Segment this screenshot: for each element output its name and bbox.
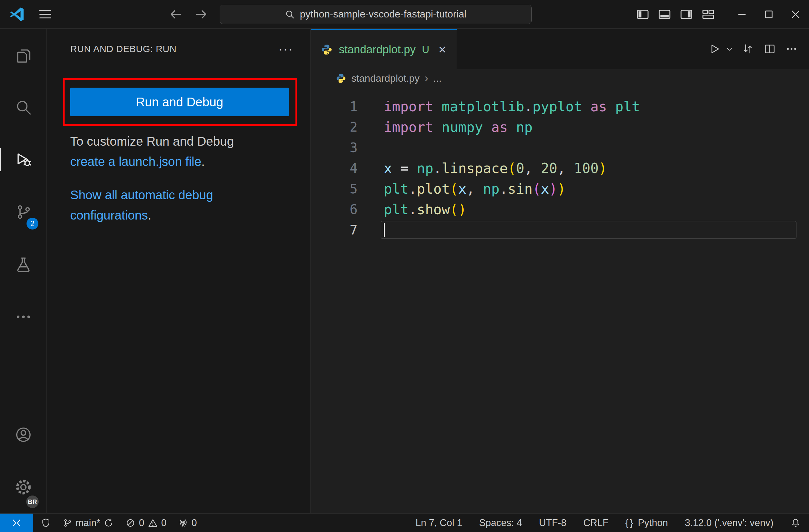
- code-line[interactable]: 4x = np.linspace(0, 20, 100): [311, 158, 796, 178]
- warning-count: 0: [161, 517, 167, 529]
- show-all-configurations-link[interactable]: configurations: [70, 208, 148, 222]
- breadcrumb-file[interactable]: standardplot.py: [351, 73, 420, 84]
- cursor-position[interactable]: Ln 7, Col 1: [416, 517, 462, 529]
- accounts-item[interactable]: [0, 408, 47, 461]
- sidebar-item-explorer[interactable]: [0, 29, 47, 81]
- indentation[interactable]: Spaces: 4: [479, 517, 522, 529]
- panel-more-actions-icon[interactable]: ···: [278, 46, 293, 52]
- text-cursor: [384, 223, 385, 237]
- breadcrumb[interactable]: standardplot.py › ...: [311, 69, 809, 87]
- line-content[interactable]: import numpy as np: [381, 118, 796, 136]
- python-file-icon: [321, 44, 332, 55]
- sidebar-item-source-control[interactable]: 2: [0, 186, 47, 238]
- sync-icon: [103, 518, 114, 528]
- breadcrumb-symbol[interactable]: ...: [433, 73, 442, 84]
- language-mode[interactable]: {} Python: [625, 517, 668, 529]
- run-dropdown-chevron-icon[interactable]: [724, 40, 735, 58]
- line-content[interactable]: plt.show(): [381, 200, 796, 218]
- maximize-button[interactable]: [755, 0, 782, 29]
- code-line[interactable]: 5plt.plot(x, np.sin(x)): [311, 178, 796, 199]
- line-content[interactable]: [381, 139, 796, 157]
- tab-untracked-indicator: U: [422, 44, 429, 55]
- status-bar: main* 0 0 0: [0, 513, 809, 532]
- customize-hint-text: To customize Run and Debug: [70, 131, 234, 152]
- editor-more-actions-icon[interactable]: [783, 40, 800, 58]
- errors-icon: [125, 518, 136, 528]
- minimize-button[interactable]: [728, 0, 755, 29]
- line-number: 4: [311, 161, 358, 176]
- warnings-icon: [148, 518, 158, 528]
- notifications-bell-icon[interactable]: [790, 518, 801, 528]
- vscode-window: python-sample-vscode-fastapi-tutorial: [0, 0, 809, 532]
- tab-standardplot[interactable]: standardplot.py U ✕: [311, 29, 457, 69]
- code-line[interactable]: 6plt.show(): [311, 199, 796, 219]
- tab-bar: standardplot.py U ✕: [311, 29, 809, 69]
- line-content[interactable]: import matplotlib.pyplot as plt: [381, 97, 796, 116]
- language-label: Python: [638, 517, 668, 529]
- python-interpreter[interactable]: 3.12.0 ('.venv': venv): [685, 517, 773, 529]
- account-icon: [14, 426, 32, 444]
- code-area[interactable]: 1import matplotlib.pyplot as plt2import …: [311, 87, 809, 513]
- command-center-search[interactable]: python-sample-vscode-fastapi-tutorial: [220, 5, 532, 24]
- line-number: 7: [311, 222, 358, 237]
- radio-tower-icon: [178, 518, 188, 528]
- remote-indicator[interactable]: [0, 514, 33, 532]
- code-line[interactable]: 7: [311, 219, 796, 240]
- show-all-configurations-link[interactable]: Show all automatic debug: [70, 188, 213, 202]
- workspace-trust-icon[interactable]: [40, 518, 51, 528]
- title-bar: python-sample-vscode-fastapi-tutorial: [0, 0, 809, 29]
- nav-forward-icon[interactable]: [194, 7, 208, 21]
- ellipsis-icon: [14, 308, 32, 326]
- nav-back-icon[interactable]: [169, 7, 183, 21]
- create-launch-json-link[interactable]: create a launch.json file: [70, 155, 201, 169]
- encoding[interactable]: UTF-8: [539, 517, 567, 529]
- line-number: 3: [311, 140, 358, 155]
- line-number: 2: [311, 120, 358, 135]
- line-number: 6: [311, 202, 358, 217]
- profile-badge[interactable]: BR: [25, 495, 40, 509]
- toggle-secondary-sidebar-icon[interactable]: [675, 0, 697, 29]
- scm-changes-badge: 2: [27, 218, 38, 230]
- toggle-primary-sidebar-icon[interactable]: [632, 0, 654, 29]
- eol-sequence[interactable]: CRLF: [583, 517, 608, 529]
- show-configurations-hint: Show all automatic debug configurations.: [70, 185, 213, 226]
- customize-layout-icon[interactable]: [697, 0, 719, 29]
- search-icon: [285, 10, 295, 19]
- braces-icon: {}: [625, 518, 635, 528]
- error-count: 0: [139, 517, 144, 529]
- sidebar-item-run-and-debug[interactable]: [0, 134, 47, 186]
- sidebar-item-testing[interactable]: [0, 238, 47, 291]
- tab-label: standardplot.py: [339, 43, 416, 56]
- ports-count: 0: [192, 517, 197, 529]
- toggle-panel-icon[interactable]: [654, 0, 675, 29]
- activity-bar: 2 BR: [0, 29, 47, 513]
- split-editor-icon[interactable]: [761, 40, 778, 58]
- line-content[interactable]: x = np.linspace(0, 20, 100): [381, 159, 796, 177]
- code-line[interactable]: 1import matplotlib.pyplot as plt: [311, 96, 796, 117]
- code-line[interactable]: 3: [311, 137, 796, 158]
- run-and-debug-panel: RUN AND DEBUG: RUN ··· Run and Debug To …: [47, 29, 311, 513]
- customize-hint: To customize Run and Debug create a laun…: [70, 131, 234, 172]
- run-and-debug-button[interactable]: Run and Debug: [70, 88, 289, 116]
- problems-status[interactable]: 0 0: [125, 517, 167, 529]
- tab-close-icon[interactable]: ✕: [438, 44, 447, 56]
- branch-status[interactable]: main*: [63, 517, 114, 529]
- sidebar-item-search[interactable]: [0, 81, 47, 134]
- editor-area: standardplot.py U ✕: [311, 29, 809, 513]
- sidebar-item-more[interactable]: [0, 291, 47, 343]
- compare-changes-icon[interactable]: [739, 40, 757, 58]
- line-content[interactable]: [381, 221, 796, 239]
- beaker-icon: [14, 255, 32, 273]
- menu-icon[interactable]: [39, 7, 51, 21]
- close-window-button[interactable]: [782, 0, 809, 29]
- code-line[interactable]: 2import numpy as np: [311, 117, 796, 137]
- settings-item[interactable]: BR: [0, 461, 47, 513]
- ports-status[interactable]: 0: [178, 517, 197, 529]
- vscode-logo-icon: [9, 6, 25, 22]
- line-number: 1: [311, 99, 358, 114]
- chevron-right-icon: ›: [425, 72, 428, 85]
- line-content[interactable]: plt.plot(x, np.sin(x)): [381, 180, 796, 198]
- search-icon: [14, 98, 32, 116]
- search-value: python-sample-vscode-fastapi-tutorial: [300, 8, 466, 20]
- run-python-file-icon[interactable]: [706, 40, 724, 58]
